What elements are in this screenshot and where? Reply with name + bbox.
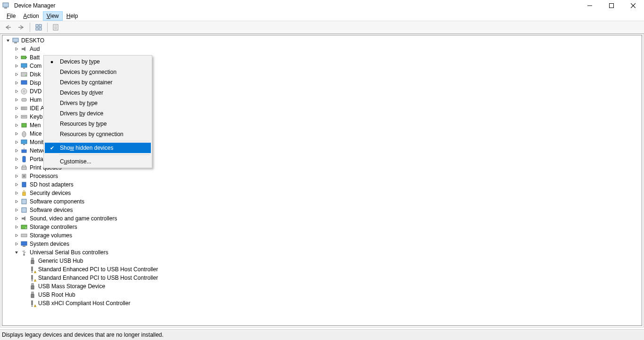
expander-icon[interactable]	[14, 122, 19, 128]
properties-button[interactable]	[50, 22, 62, 33]
svg-rect-45	[22, 167, 26, 170]
tree-category[interactable]: Security devices	[2, 189, 642, 197]
tree-category[interactable]: Universal Serial Bus controllers	[2, 248, 642, 257]
tree-device[interactable]: !Standard Enhanced PCI to USB Host Contr…	[2, 265, 642, 274]
expander-icon[interactable]	[22, 275, 28, 281]
expander-icon[interactable]	[14, 72, 19, 77]
expander-icon[interactable]	[14, 165, 19, 170]
menu-action[interactable]: Action	[19, 11, 42, 21]
expander-icon[interactable]	[14, 80, 19, 86]
computer-icon	[12, 37, 19, 44]
svg-marker-18	[22, 47, 25, 51]
menu-separator	[59, 141, 150, 141]
dvd-icon	[20, 88, 28, 95]
view-option[interactable]: ●Devices by type	[45, 57, 151, 67]
menu-file[interactable]: File	[3, 11, 19, 21]
expander-icon[interactable]	[14, 97, 19, 103]
menu-item-label: Devices by connection	[60, 69, 116, 75]
expander-icon[interactable]	[14, 190, 19, 196]
svg-rect-41	[23, 144, 25, 145]
expander-icon[interactable]	[14, 89, 19, 94]
tree-category[interactable]: SD host adapters	[2, 180, 642, 189]
menu-view[interactable]: View	[43, 11, 63, 21]
tree-device[interactable]: USB Root Hub	[2, 291, 642, 299]
svg-rect-65	[31, 267, 33, 271]
titlebar: Device Manager	[0, 0, 644, 11]
expander-icon[interactable]	[14, 63, 19, 69]
svg-rect-58	[23, 246, 25, 247]
expander-icon[interactable]	[14, 148, 19, 154]
svg-rect-64	[31, 260, 34, 264]
tree-category[interactable]: Processors	[2, 172, 642, 180]
tree-device[interactable]: USB Mass Storage Device	[2, 282, 642, 291]
tree-category[interactable]: Software devices	[2, 206, 642, 214]
tree-device[interactable]: !Standard Enhanced PCI to USB Host Contr…	[2, 274, 642, 282]
tree-category[interactable]: Storage controllers	[2, 223, 642, 231]
svg-rect-19	[21, 56, 26, 59]
expander-icon[interactable]	[14, 241, 19, 247]
expander-icon[interactable]	[14, 250, 19, 255]
view-option[interactable]: Customise...	[45, 156, 151, 167]
view-option[interactable]: Resources by connection	[45, 129, 151, 139]
tree-device[interactable]: Generic USB Hub	[2, 257, 642, 265]
expander-icon[interactable]	[14, 105, 19, 111]
software-icon	[20, 206, 28, 214]
back-button[interactable]	[2, 22, 14, 33]
menu-help[interactable]: Help	[63, 11, 82, 21]
expander-icon[interactable]	[22, 267, 28, 272]
forward-button[interactable]	[15, 22, 27, 33]
expander-icon[interactable]	[14, 46, 19, 52]
monitor-icon	[20, 62, 28, 70]
expander-icon[interactable]	[22, 292, 28, 298]
view-option[interactable]: Drivers by type	[45, 98, 151, 108]
svg-rect-21	[21, 64, 27, 67]
tree-item-label: USB Mass Storage Device	[38, 283, 105, 290]
expander-icon[interactable]	[14, 131, 19, 137]
svg-rect-46	[23, 165, 25, 167]
tree-device[interactable]: !USB xHCI Compliant Host Controller	[2, 299, 642, 308]
view-option[interactable]: ✔Show hidden devices	[45, 143, 151, 153]
tree-item-label: Processors	[30, 173, 58, 179]
content-area: DESKTOAudBattComDiskDispDVDHumIDE AKeybM…	[0, 34, 644, 328]
tree-category[interactable]: Software components	[2, 197, 642, 206]
battery-icon	[20, 54, 28, 61]
expander-icon[interactable]	[14, 182, 19, 187]
expander-icon[interactable]	[14, 114, 19, 120]
tree-category[interactable]: Storage volumes	[2, 231, 642, 240]
view-option[interactable]: Resources by type	[45, 119, 151, 129]
expander-icon[interactable]	[14, 156, 19, 162]
expander-icon[interactable]	[14, 55, 19, 60]
svg-rect-10	[36, 28, 38, 30]
view-option[interactable]: Devices by container	[45, 77, 151, 88]
view-option[interactable]: Devices by driver	[45, 88, 151, 98]
minimize-button[interactable]	[579, 0, 601, 11]
svg-rect-11	[39, 28, 41, 30]
maximize-button[interactable]	[601, 0, 622, 11]
expander-icon[interactable]	[14, 207, 19, 213]
storage-icon	[20, 223, 28, 231]
svg-rect-51	[22, 199, 26, 204]
show-all-button[interactable]	[33, 22, 45, 33]
expander-icon[interactable]	[22, 258, 28, 264]
tree-category[interactable]: System devices	[2, 240, 642, 248]
expander-icon[interactable]	[5, 38, 11, 43]
menu-item-label: Devices by driver	[60, 89, 103, 96]
expander-icon[interactable]	[22, 300, 28, 306]
expander-icon[interactable]	[14, 224, 19, 230]
tree-category[interactable]: Sound, video and game controllers	[2, 214, 642, 223]
view-option[interactable]: Devices by connection	[45, 67, 151, 77]
view-option[interactable]: Drivers by device	[45, 108, 151, 119]
expander-icon[interactable]	[14, 216, 19, 221]
usb-plug-icon	[29, 291, 36, 299]
close-button[interactable]	[622, 0, 644, 11]
keyboard-icon	[20, 113, 28, 121]
expander-icon[interactable]	[14, 139, 19, 145]
expander-icon[interactable]	[14, 173, 19, 179]
tree-root[interactable]: DESKTO	[2, 36, 642, 45]
expander-icon[interactable]	[14, 233, 19, 238]
svg-rect-57	[21, 242, 27, 245]
expander-icon[interactable]	[14, 199, 19, 204]
expander-icon[interactable]	[22, 283, 28, 289]
tree-category[interactable]: Aud	[2, 45, 642, 53]
tree-item-label: DVD	[30, 88, 41, 95]
